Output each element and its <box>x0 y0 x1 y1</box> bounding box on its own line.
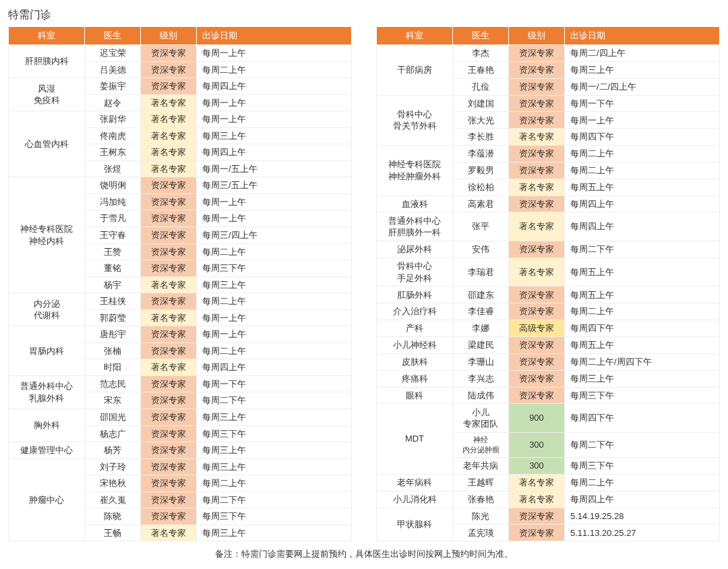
dept-cell: 神经专科医院 神经肿瘤外科 <box>377 146 453 196</box>
level-cell: 著名专家 <box>141 276 197 293</box>
date-cell: 每周二下午 <box>197 392 352 409</box>
level-cell: 资深专家 <box>141 508 197 525</box>
level-cell: 著名专家 <box>141 94 197 111</box>
date-cell: 每周三上午 <box>197 458 352 475</box>
doctor-cell: 邵国光 <box>85 409 141 426</box>
table-row: 健康管理中心杨芳资深专家每周三上午 <box>9 442 352 459</box>
date-cell: 每周三下午 <box>565 387 720 404</box>
level-cell: 资深专家 <box>509 45 565 62</box>
doctor-cell: 刘子玲 <box>85 458 141 475</box>
doctor-cell: 陆成伟 <box>453 387 509 404</box>
table-row: 普通外科中心 乳腺外科范志民资深专家每周一下午 <box>9 376 352 392</box>
doctor-cell: 郭蔚莹 <box>85 309 141 326</box>
level-cell: 资深专家 <box>509 525 565 541</box>
left-table: 科室医生级别出诊日期 肝胆胰内科迟宝荣资深专家每周一上午吕美德资深专家每周二上午… <box>8 26 352 541</box>
date-cell: 每周二上午 <box>565 474 720 491</box>
table-row: MDT小儿 专家团队900每周四下午 <box>377 404 720 433</box>
date-cell: 每周三上午 <box>197 442 352 459</box>
level-cell: 300 <box>509 432 565 457</box>
tables-wrapper: 科室医生级别出诊日期 肝胆胰内科迟宝荣资深专家每周一上午吕美德资深专家每周二上午… <box>8 26 720 541</box>
col-header: 医生 <box>85 27 141 45</box>
table-row: 小儿神经科梁建民资深专家每周五上午 <box>377 337 720 354</box>
level-cell: 著名专家 <box>509 212 565 241</box>
table-row: 肛肠外科邵建东资深专家每周五上午 <box>377 287 720 303</box>
col-header: 出诊日期 <box>197 27 352 45</box>
level-cell: 资深专家 <box>141 193 197 210</box>
doctor-cell: 崔久嵬 <box>85 491 141 508</box>
date-cell: 每周四下午 <box>565 320 720 337</box>
date-cell: 每周五上午 <box>565 258 720 287</box>
dept-cell: 介入治疗科 <box>377 303 453 320</box>
dept-cell: 泌尿外科 <box>377 241 453 258</box>
level-cell: 资深专家 <box>509 196 565 212</box>
level-cell: 资深专家 <box>141 326 197 343</box>
dept-cell: MDT <box>377 404 453 475</box>
doctor-cell: 陈晓 <box>85 508 141 525</box>
dept-cell: 老年病科 <box>377 474 453 491</box>
date-cell: 每周一上午 <box>197 45 352 62</box>
doctor-cell: 唐彤宇 <box>85 326 141 343</box>
doctor-cell: 董铭 <box>85 260 141 277</box>
dept-cell: 肝胆胰内科 <box>9 45 85 78</box>
doctor-cell: 张煜 <box>85 160 141 177</box>
doctor-cell: 邵建东 <box>453 287 509 303</box>
date-cell: 每周一上午 <box>197 309 352 326</box>
dept-cell: 骨科中心 骨关节外科 <box>377 95 453 146</box>
level-cell: 资深专家 <box>141 293 197 310</box>
level-cell: 资深专家 <box>141 61 197 78</box>
dept-cell: 血液科 <box>377 196 453 212</box>
date-cell: 每周三上午 <box>565 370 720 387</box>
table-row: 肿瘤中心刘子玲资深专家每周三上午 <box>9 458 352 475</box>
date-cell: 每周二上午 <box>197 342 352 359</box>
date-cell: 每周三上午 <box>197 525 352 541</box>
level-cell: 资深专家 <box>141 227 197 244</box>
date-cell: 每周三/四上午 <box>197 227 352 244</box>
footer-note: 备注：特需门诊需要网上提前预约，具体医生出诊时间按网上预约时间为准。 <box>8 548 720 560</box>
date-cell: 每周二上午 <box>197 475 352 492</box>
dept-cell: 骨科中心 手足外科 <box>377 258 453 287</box>
date-cell: 每周一上午 <box>565 112 720 129</box>
date-cell: 每周四上午 <box>565 212 720 241</box>
doctor-cell: 陈光 <box>453 508 509 525</box>
date-cell: 每周三上午 <box>197 409 352 426</box>
date-cell: 每周二上午/周四下午 <box>565 353 720 370</box>
date-cell: 每周四上午 <box>197 78 352 95</box>
col-header: 级别 <box>509 27 565 45</box>
date-cell: 每周一下午 <box>197 376 352 392</box>
date-cell: 每周四上午 <box>197 144 352 161</box>
doctor-cell: 孔俭 <box>453 78 509 95</box>
level-cell: 著名专家 <box>141 309 197 326</box>
level-cell: 资深专家 <box>141 392 197 409</box>
doctor-cell: 李蕴潜 <box>453 146 509 162</box>
level-cell: 资深专家 <box>509 61 565 78</box>
date-cell: 每周二下午 <box>565 432 720 457</box>
table-row: 甲状腺科陈光资深专家5.14.19.25.28 <box>377 508 720 525</box>
date-cell: 每周一上午 <box>197 94 352 111</box>
dept-cell: 甲状腺科 <box>377 508 453 541</box>
table-row: 骨科中心 手足外科李瑞君著名专家每周五上午 <box>377 258 720 287</box>
doctor-cell: 张春艳 <box>453 491 509 508</box>
date-cell: 每周二上午 <box>565 162 720 179</box>
level-cell: 著名专家 <box>509 474 565 491</box>
date-cell: 每周四下午 <box>565 129 720 146</box>
table-row: 小儿消化科张春艳著名专家每周四上午 <box>377 491 720 508</box>
doctor-cell: 赵令 <box>85 94 141 111</box>
table-row: 胃肠内科唐彤宇资深专家每周一上午 <box>9 326 352 343</box>
doctor-cell: 饶明俐 <box>85 177 141 194</box>
doctor-cell: 李杰 <box>453 45 509 62</box>
date-cell: 每周四下午 <box>565 404 720 433</box>
level-cell: 著名专家 <box>509 491 565 508</box>
doctor-cell: 时阳 <box>85 359 141 376</box>
doctor-cell: 杨芳 <box>85 442 141 459</box>
level-cell: 资深专家 <box>141 78 197 95</box>
doctor-cell: 迟宝荣 <box>85 45 141 62</box>
table-row: 胸外科邵国光资深专家每周三上午 <box>9 409 352 426</box>
col-header: 级别 <box>141 27 197 45</box>
level-cell: 900 <box>509 404 565 433</box>
table-row: 眼科陆成伟资深专家每周三下午 <box>377 387 720 404</box>
table-row: 肝胆胰内科迟宝荣资深专家每周一上午 <box>9 45 352 62</box>
table-row: 心血管内科张尉华著名专家每周一上午 <box>9 111 352 128</box>
right-table: 科室医生级别出诊日期 干部病房李杰资深专家每周二/四上午王春艳资深专家每周三上午… <box>376 26 720 541</box>
doctor-cell: 范志民 <box>85 376 141 392</box>
doctor-cell: 小儿 专家团队 <box>453 404 509 433</box>
